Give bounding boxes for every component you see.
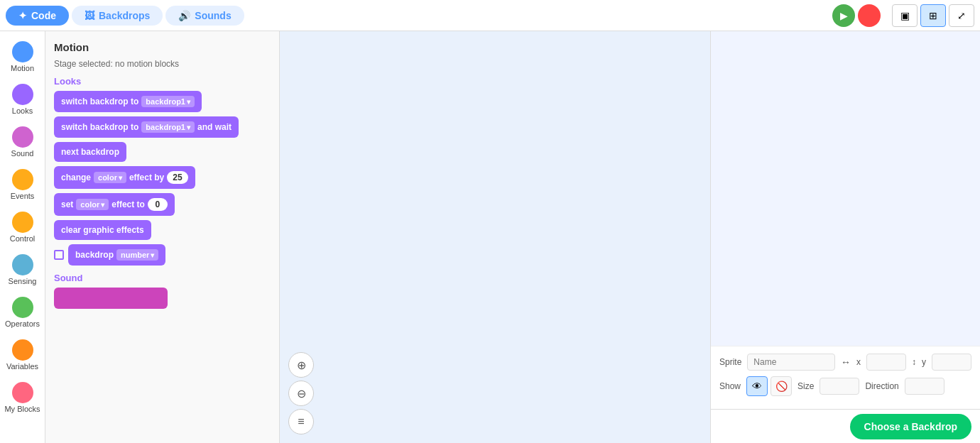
variables-dot xyxy=(12,339,33,361)
x-input[interactable] xyxy=(866,354,906,371)
sidebar-item-events-label: Events xyxy=(11,192,35,200)
main-layout: Motion Looks Sound Events Control Sensin… xyxy=(0,31,980,443)
zoom-out-button[interactable]: ⊖ xyxy=(288,381,314,406)
operators-dot xyxy=(12,297,33,318)
change-color-block[interactable]: change color effect by 25 xyxy=(54,166,195,189)
looks-dot xyxy=(12,84,33,105)
switch-backdrop-wait-block[interactable]: switch backdrop to backdrop1 and wait xyxy=(54,116,239,138)
stage-preview xyxy=(711,31,980,346)
y-input[interactable] xyxy=(932,354,971,371)
sidebar-item-variables[interactable]: Variables xyxy=(0,335,45,375)
x-label: x xyxy=(856,357,861,367)
show-icons: 👁 🚫 xyxy=(746,376,792,396)
direction-label: Direction xyxy=(865,381,898,391)
sidebar-item-motion[interactable]: Motion xyxy=(0,37,45,77)
sprite-show-row: Show 👁 🚫 Size Direction xyxy=(719,376,971,396)
myblocks-dot xyxy=(12,382,33,403)
tab-sounds[interactable]: 🔊 Sounds xyxy=(165,6,244,26)
stage-panel: Sprite ↔ x ↕ y Show 👁 🚫 Size Direction xyxy=(710,31,980,443)
sound-section-title: Sound xyxy=(54,273,271,283)
sidebar-item-sound[interactable]: Sound xyxy=(0,122,45,162)
set-color-block[interactable]: set color effect to 0 xyxy=(54,193,175,216)
show-label: Show xyxy=(719,381,741,391)
view-buttons: ▣ ⊞ ⤢ xyxy=(892,4,974,27)
y-label: y xyxy=(922,357,926,367)
number-dropdown[interactable]: number xyxy=(116,249,158,261)
sidebar-item-variables-label: Variables xyxy=(6,362,38,371)
sound-dot xyxy=(12,126,33,148)
block-backdrop-number: backdrop number xyxy=(54,244,271,266)
sidebar-item-myblocks-label: My Blocks xyxy=(4,405,40,413)
choose-backdrop-button[interactable]: Choose a Backdrop xyxy=(850,414,971,439)
looks-section-title: Looks xyxy=(54,76,271,87)
events-dot xyxy=(12,169,33,190)
view-fullscreen-button[interactable]: ⤢ xyxy=(949,4,974,27)
block-clear-graphic: clear graphic effects xyxy=(54,220,271,240)
direction-input[interactable] xyxy=(905,378,944,395)
y-label-icon: ↕ xyxy=(912,357,916,367)
sprite-name-input[interactable] xyxy=(747,354,835,371)
sidebar-item-myblocks[interactable]: My Blocks xyxy=(0,378,45,417)
canvas-area: ⊕ ⊖ ≡ xyxy=(280,31,710,443)
sidebar-item-control[interactable]: Control xyxy=(0,207,45,247)
color-effect-dropdown2[interactable]: color xyxy=(76,199,109,210)
sidebar-item-operators[interactable]: Operators xyxy=(0,292,45,332)
effect-by-value[interactable]: 25 xyxy=(167,171,187,184)
motion-dot xyxy=(12,41,33,62)
sounds-icon: 🔊 xyxy=(178,10,190,21)
sidebar-item-sensing[interactable]: Sensing xyxy=(0,250,45,290)
red-stop-button[interactable] xyxy=(858,4,881,27)
show-hidden-button[interactable]: 🚫 xyxy=(771,376,792,396)
green-flag-button[interactable] xyxy=(832,4,855,27)
sound-block[interactable] xyxy=(54,288,168,309)
view-medium-button[interactable]: ⊞ xyxy=(920,4,946,27)
size-label: Size xyxy=(797,381,814,391)
zoom-controls: ⊕ ⊖ ≡ xyxy=(288,352,314,434)
motion-section-title: Motion xyxy=(54,41,271,53)
blocks-panel: Motion Stage selected: no motion blocks … xyxy=(45,31,280,443)
switch-backdrop-block[interactable]: switch backdrop to backdrop1 xyxy=(54,91,202,112)
backdrop1-dropdown[interactable]: backdrop1 xyxy=(141,96,195,107)
zoom-in-button[interactable]: ⊕ xyxy=(288,352,314,378)
sidebar: Motion Looks Sound Events Control Sensin… xyxy=(0,31,45,443)
tab-backdrops[interactable]: 🖼 Backdrops xyxy=(72,6,163,26)
sidebar-item-control-label: Control xyxy=(10,234,35,243)
block-switch-backdrop: switch backdrop to backdrop1 xyxy=(54,91,271,112)
bottom-bar: Choose a Backdrop xyxy=(711,409,980,443)
top-bar: ✦ Code 🖼 Backdrops 🔊 Sounds ▣ ⊞ ⤢ xyxy=(0,0,980,31)
view-small-button[interactable]: ▣ xyxy=(892,4,918,27)
show-visible-button[interactable]: 👁 xyxy=(746,376,768,396)
backdrop1-wait-dropdown[interactable]: backdrop1 xyxy=(141,121,195,133)
sidebar-item-looks[interactable]: Looks xyxy=(0,80,45,119)
sidebar-item-sound-label: Sound xyxy=(11,149,34,158)
sidebar-item-motion-label: Motion xyxy=(11,64,34,72)
tab-code[interactable]: ✦ Code xyxy=(6,6,69,26)
size-input[interactable] xyxy=(820,378,859,395)
effect-to-value[interactable]: 0 xyxy=(148,198,168,211)
backdrop-number-block[interactable]: backdrop number xyxy=(68,244,165,266)
block-change-color: change color effect by 25 xyxy=(54,166,271,189)
next-backdrop-block[interactable]: next backdrop xyxy=(54,142,126,162)
sprite-info: Sprite ↔ x ↕ y Show 👁 🚫 Size Direction xyxy=(711,346,980,409)
sidebar-item-operators-label: Operators xyxy=(5,319,40,328)
x-arrow-icon: ↔ xyxy=(841,356,851,368)
sprite-name-row: Sprite ↔ x ↕ y xyxy=(719,354,971,371)
sidebar-item-sensing-label: Sensing xyxy=(9,277,37,285)
clear-graphic-block[interactable]: clear graphic effects xyxy=(54,220,151,240)
control-dot xyxy=(12,212,33,233)
sidebar-item-looks-label: Looks xyxy=(12,106,33,115)
canvas-background xyxy=(280,31,710,443)
block-sound-placeholder xyxy=(54,288,271,309)
block-switch-backdrop-wait: switch backdrop to backdrop1 and wait xyxy=(54,116,271,138)
block-set-color: set color effect to 0 xyxy=(54,193,271,216)
zoom-reset-button[interactable]: ≡ xyxy=(288,409,314,434)
backdrop-checkbox[interactable] xyxy=(54,250,64,260)
backdrops-icon: 🖼 xyxy=(85,10,94,21)
motion-stage-note: Stage selected: no motion blocks xyxy=(54,59,271,69)
color-effect-dropdown[interactable]: color xyxy=(94,172,126,183)
block-next-backdrop: next backdrop xyxy=(54,142,271,162)
sprite-label: Sprite xyxy=(719,357,741,367)
sensing-dot xyxy=(12,254,33,275)
sidebar-item-events[interactable]: Events xyxy=(0,165,45,204)
code-icon: ✦ xyxy=(18,10,27,21)
